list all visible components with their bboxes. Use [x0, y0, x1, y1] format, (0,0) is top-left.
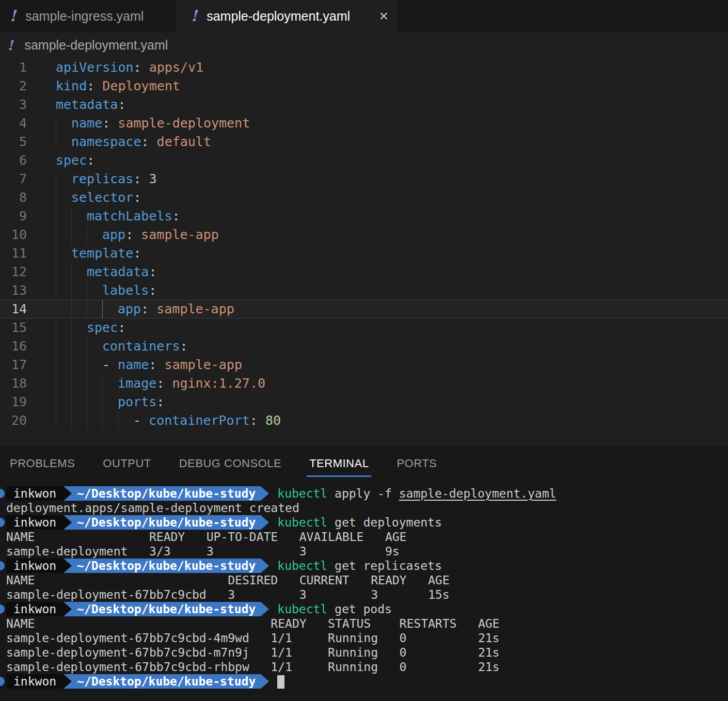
prompt-user-segment: inkwon [6, 486, 64, 501]
powerline-arrow-icon [64, 515, 72, 530]
command-decoration-dot [0, 677, 5, 686]
token-val: apps/v1 [149, 60, 203, 75]
line-number: 13 [0, 281, 27, 300]
code-line[interactable]: 11template: [0, 244, 728, 263]
indent-guide [56, 207, 71, 226]
tab-close-icon[interactable]: × [379, 8, 388, 24]
indent-guide [71, 411, 87, 430]
terminal-cursor[interactable] [277, 675, 284, 689]
code-line[interactable]: 19ports: [0, 393, 728, 411]
code-line[interactable]: 14app: sample-app [0, 300, 728, 318]
code-line[interactable]: 20- containerPort: 80 [0, 411, 728, 430]
prompt-path-segment: ~/Desktop/kube/kube-study [72, 515, 261, 530]
token-punc: : [149, 283, 156, 298]
code-line[interactable]: 9matchLabels: [0, 207, 728, 226]
panel-tab-debug-console[interactable]: DEBUG CONSOLE [177, 445, 284, 482]
terminal-prompt-line[interactable]: inkwon~/Desktop/kube/kube-studykubectl g… [6, 602, 728, 616]
line-content: containers: [56, 337, 188, 356]
powerline-arrow-icon [261, 674, 269, 689]
terminal-output-text: NAME DESIRED CURRENT READY AGE [6, 573, 450, 587]
indent-guide [87, 393, 102, 411]
token-key: containerPort [149, 413, 250, 428]
token-punc: : [156, 376, 172, 391]
editor-tab-sample-deployment-yaml[interactable]: !sample-deployment.yaml× [177, 0, 398, 32]
terminal-prompt-line[interactable]: inkwon~/Desktop/kube/kube-studykubectl g… [6, 559, 728, 573]
prompt-path-segment: ~/Desktop/kube/kube-study [72, 674, 261, 689]
terminal-output-text: sample-deployment-67bb7c9cbd 3 3 3 15s [6, 588, 450, 601]
terminal-output-text: NAME READY STATUS RESTARTS AGE [6, 617, 499, 630]
terminal-output-line: sample-deployment-67bb7c9cbd-rhbpw 1/1 R… [6, 660, 728, 674]
panel-tab-terminal[interactable]: TERMINAL [307, 445, 371, 482]
token-key: name [118, 357, 149, 372]
breadcrumb-label: sample-deployment.yaml [24, 38, 168, 53]
indent-guide [56, 188, 71, 207]
token-val: Deployment [102, 78, 180, 93]
line-number: 2 [0, 77, 27, 95]
terminal-output-text: sample-deployment 3/3 3 3 9s [6, 545, 400, 558]
indent-guide [71, 374, 87, 393]
code-line[interactable]: 16containers: [0, 337, 728, 356]
command-plain: get pods [327, 602, 392, 616]
command-decoration-dot [0, 518, 5, 527]
code-line[interactable]: 12metadata: [0, 263, 728, 281]
code-line[interactable]: 3metadata: [0, 95, 728, 114]
editor-tab-sample-ingress-yaml[interactable]: !sample-ingress.yaml [0, 0, 177, 32]
bottom-panel: PROBLEMSOUTPUTDEBUG CONSOLETERMINALPORTS… [0, 444, 728, 701]
indent-guide [71, 318, 87, 337]
panel-tab-problems[interactable]: PROBLEMS [7, 445, 77, 482]
line-number: 18 [0, 374, 27, 393]
line-content: labels: [56, 281, 156, 300]
yaml-file-icon: ! [9, 8, 16, 24]
code-line[interactable]: 13labels: [0, 281, 728, 300]
code-line[interactable]: 10app: sample-app [0, 226, 728, 244]
indent-guide [102, 300, 118, 318]
token-key: app [118, 301, 141, 316]
line-content: template: [56, 244, 141, 263]
command-cmd: kubectl [277, 602, 327, 616]
powerline-arrow-icon [261, 559, 269, 573]
code-line[interactable]: 6spec: [0, 151, 728, 170]
panel-tab-ports[interactable]: PORTS [394, 445, 439, 482]
terminal-prompt-line[interactable]: inkwon~/Desktop/kube/kube-study [6, 674, 728, 689]
terminal-prompt-line[interactable]: inkwon~/Desktop/kube/kube-studykubectl a… [6, 486, 728, 501]
powerline-arrow-icon [64, 486, 72, 501]
editor-code-area[interactable]: 1apiVersion: apps/v12kind: Deployment3me… [0, 58, 728, 444]
prompt-path-segment: ~/Desktop/kube/kube-study [72, 602, 261, 616]
indent-guide [118, 411, 133, 430]
prompt-path-segment: ~/Desktop/kube/kube-study [72, 559, 261, 573]
indent-guide [56, 356, 71, 374]
line-number: 10 [0, 226, 27, 244]
powerline-arrow-icon [64, 674, 72, 689]
token-val: nginx:1.27.0 [172, 376, 265, 391]
code-line[interactable]: 17- name: sample-app [0, 356, 728, 374]
terminal-command: kubectl get deployments [277, 516, 442, 529]
code-line[interactable]: 2kind: Deployment [0, 77, 728, 95]
code-line[interactable]: 15spec: [0, 318, 728, 337]
line-content: metadata: [56, 95, 125, 114]
token-punc: : [141, 134, 156, 149]
code-line[interactable]: 5namespace: default [0, 133, 728, 151]
code-line[interactable]: 8selector: [0, 188, 728, 207]
terminal-command [277, 674, 284, 689]
terminal[interactable]: inkwon~/Desktop/kube/kube-studykubectl a… [0, 482, 728, 701]
indent-guide [56, 411, 71, 430]
tab-bar: !sample-ingress.yaml!sample-deployment.y… [0, 0, 728, 32]
code-line[interactable]: 7replicas: 3 [0, 170, 728, 188]
terminal-prompt-line[interactable]: inkwon~/Desktop/kube/kube-studykubectl g… [6, 515, 728, 530]
indent-guide [71, 300, 87, 318]
code-line[interactable]: 18image: nginx:1.27.0 [0, 374, 728, 393]
terminal-command: kubectl get replicasets [277, 559, 442, 572]
vscode-window: !sample-ingress.yaml!sample-deployment.y… [0, 0, 728, 701]
panel-tab-output[interactable]: OUTPUT [100, 445, 153, 482]
line-number: 17 [0, 356, 27, 374]
line-number: 14 [0, 300, 27, 318]
token-punc: : [133, 190, 141, 205]
powerline-arrow-icon [261, 486, 269, 501]
code-line[interactable]: 4name: sample-deployment [0, 114, 728, 133]
terminal-output-line: sample-deployment-67bb7c9cbd-m7n9j 1/1 R… [6, 645, 728, 660]
indent-guide [56, 337, 71, 356]
code-line[interactable]: 1apiVersion: apps/v1 [0, 58, 728, 77]
indent-guide [102, 393, 118, 411]
line-number: 8 [0, 188, 27, 207]
breadcrumb[interactable]: ! sample-deployment.yaml [0, 32, 728, 58]
